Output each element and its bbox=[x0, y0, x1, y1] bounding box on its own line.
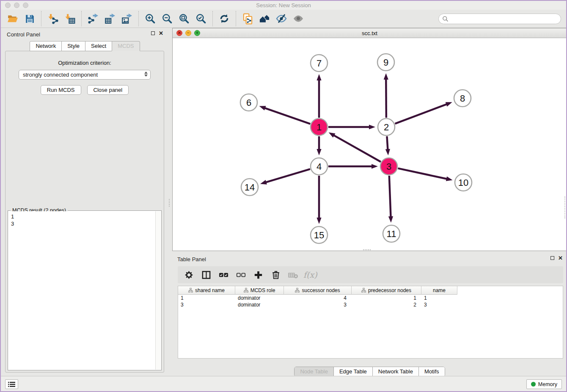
graph-edge-2-8[interactable] bbox=[395, 104, 447, 124]
apply-function-button[interactable]: f(x) bbox=[303, 270, 317, 279]
show-selected-button[interactable] bbox=[290, 11, 307, 26]
tab-motifs[interactable]: Motifs bbox=[419, 367, 445, 376]
cell-mcds-role[interactable]: dominator bbox=[235, 301, 284, 308]
column-header-shared-name[interactable]: shared name bbox=[178, 286, 235, 295]
graph-node-1[interactable]: 1 bbox=[311, 119, 328, 135]
cell-successor-nodes[interactable]: 3 bbox=[284, 301, 352, 308]
horizontal-splitter-grip[interactable] bbox=[363, 249, 371, 251]
export-network-icon bbox=[88, 13, 99, 24]
graph-edge-3-10[interactable] bbox=[398, 168, 447, 179]
task-history-button[interactable] bbox=[5, 379, 18, 389]
network-window-titlebar[interactable]: ✕ − + scc.txt bbox=[173, 28, 567, 38]
graph-edge-3-11[interactable] bbox=[389, 176, 391, 217]
network-canvas[interactable]: 7968124314101511 bbox=[173, 39, 566, 250]
column-header-mcds-role[interactable]: MCDS role bbox=[235, 286, 284, 295]
duplicate-network-icon bbox=[242, 13, 253, 25]
import-table-button[interactable] bbox=[61, 11, 78, 26]
table-row[interactable]: 1 dominator 4 1 1 bbox=[178, 295, 563, 301]
tab-network-table[interactable]: Network Table bbox=[373, 367, 419, 376]
graph-node-9[interactable]: 9 bbox=[377, 54, 394, 71]
toolbar-separator bbox=[138, 11, 139, 26]
graph-edge-2-3[interactable] bbox=[387, 136, 388, 150]
cell-name[interactable]: 1 bbox=[421, 295, 457, 301]
search-input[interactable] bbox=[449, 14, 561, 23]
select-all-button[interactable] bbox=[216, 268, 231, 282]
run-mcds-button[interactable]: Run MCDS bbox=[41, 85, 81, 95]
graph-node-7[interactable]: 7 bbox=[311, 55, 328, 72]
graph-node-3[interactable]: 3 bbox=[380, 158, 397, 175]
network-scrollbar-marks[interactable] bbox=[564, 196, 566, 218]
unselect-all-button[interactable] bbox=[233, 268, 249, 282]
graph-node-2[interactable]: 2 bbox=[378, 119, 395, 135]
mcds-result-list[interactable]: 1 3 bbox=[8, 211, 155, 370]
table-header-row: shared name MCDS role successor nodes pr… bbox=[178, 286, 563, 295]
network-graph[interactable]: 7968124314101511 bbox=[173, 39, 567, 251]
close-panel-icon[interactable]: ✕ bbox=[159, 31, 163, 35]
float-table-panel-icon[interactable] bbox=[550, 256, 554, 260]
table-row[interactable]: 3 dominator 3 2 3 bbox=[178, 301, 563, 308]
tab-style[interactable]: Style bbox=[61, 41, 85, 51]
control-panel-header: Control Panel ✕ bbox=[2, 28, 168, 40]
vertical-splitter-grip[interactable] bbox=[169, 199, 170, 207]
graph-edge-1-6[interactable] bbox=[264, 108, 310, 124]
zoom-in-button[interactable] bbox=[142, 11, 159, 26]
column-header-name[interactable]: name bbox=[421, 286, 457, 295]
graph-edge-3-1[interactable] bbox=[333, 135, 381, 162]
cell-shared-name[interactable]: 3 bbox=[178, 301, 235, 308]
save-session-button[interactable] bbox=[21, 11, 38, 26]
column-header-successor-nodes[interactable]: successor nodes bbox=[284, 286, 352, 295]
search-field[interactable] bbox=[438, 14, 561, 24]
memory-status-icon bbox=[531, 382, 536, 386]
duplicate-network-button[interactable] bbox=[239, 11, 256, 26]
tab-mcds[interactable]: MCDS bbox=[112, 41, 140, 51]
cell-successor-nodes[interactable]: 4 bbox=[284, 295, 352, 301]
column-header-predecessor-nodes[interactable]: predecessor nodes bbox=[352, 286, 421, 295]
zoom-selected-button[interactable] bbox=[193, 11, 209, 26]
node-table[interactable]: shared name MCDS role successor nodes pr… bbox=[178, 286, 563, 359]
node-label: 1 bbox=[317, 122, 322, 133]
memory-button[interactable]: Memory bbox=[526, 379, 562, 389]
graph-node-11[interactable]: 11 bbox=[383, 225, 400, 242]
tab-edge-table[interactable]: Edge Table bbox=[334, 367, 373, 376]
cell-predecessor-nodes[interactable]: 2 bbox=[352, 301, 421, 308]
tab-select[interactable]: Select bbox=[85, 41, 112, 51]
tab-network[interactable]: Network bbox=[30, 41, 62, 51]
show-all-networks-button[interactable] bbox=[256, 11, 273, 26]
hide-selected-button[interactable] bbox=[273, 11, 290, 26]
zoom-fit-button[interactable] bbox=[176, 11, 193, 26]
open-file-button[interactable] bbox=[4, 11, 21, 26]
graph-node-10[interactable]: 10 bbox=[455, 174, 472, 191]
apply-layout-button[interactable] bbox=[216, 11, 233, 26]
cell-mcds-role[interactable]: dominator bbox=[235, 295, 284, 301]
criterion-dropdown[interactable]: strongly connected component bbox=[19, 70, 151, 80]
mcds-result-scrollbar[interactable] bbox=[155, 211, 161, 370]
tab-node-table[interactable]: Node Table bbox=[295, 367, 334, 376]
cell-predecessor-nodes[interactable]: 1 bbox=[352, 295, 421, 301]
graph-node-4[interactable]: 4 bbox=[311, 158, 328, 175]
cell-name[interactable]: 3 bbox=[421, 301, 457, 308]
column-type-icon bbox=[244, 288, 248, 293]
graph-edge-4-14[interactable] bbox=[265, 169, 310, 182]
close-table-panel-icon[interactable]: ✕ bbox=[558, 256, 563, 260]
graph-edge-2-9[interactable] bbox=[386, 79, 386, 118]
optimization-criterion-label: Optimization criterion: bbox=[6, 60, 164, 66]
cell-shared-name[interactable]: 1 bbox=[178, 295, 235, 301]
export-image-button[interactable] bbox=[118, 11, 135, 26]
graph-node-15[interactable]: 15 bbox=[311, 226, 328, 243]
import-network-button[interactable] bbox=[44, 11, 61, 26]
export-network-button[interactable] bbox=[85, 11, 102, 26]
show-columns-button[interactable] bbox=[198, 268, 214, 282]
graph-node-8[interactable]: 8 bbox=[454, 90, 471, 107]
column-type-icon bbox=[295, 288, 300, 293]
zoom-out-button[interactable] bbox=[159, 11, 176, 26]
close-panel-button[interactable]: Close panel bbox=[87, 85, 129, 95]
add-column-button[interactable] bbox=[250, 268, 266, 282]
delete-column-button[interactable] bbox=[268, 268, 284, 282]
delete-table-button[interactable] bbox=[285, 268, 301, 282]
float-panel-icon[interactable] bbox=[151, 31, 155, 35]
graph-node-6[interactable]: 6 bbox=[240, 94, 257, 111]
graph-node-14[interactable]: 14 bbox=[241, 179, 258, 196]
table-settings-button[interactable] bbox=[181, 268, 197, 282]
export-table-button[interactable] bbox=[102, 11, 118, 26]
node-label: 3 bbox=[386, 161, 391, 172]
